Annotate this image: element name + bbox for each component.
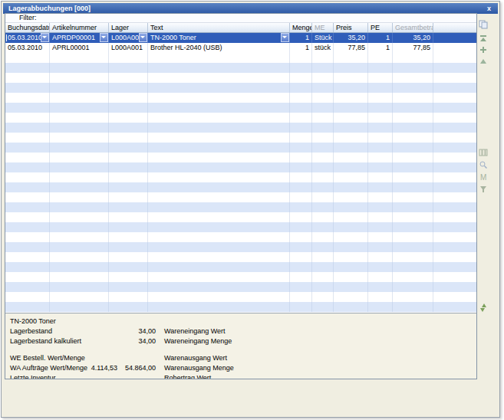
cell-me[interactable]: stück <box>312 43 334 53</box>
column-header-menge[interactable]: Menge <box>290 23 312 32</box>
empty-cell <box>334 202 368 212</box>
summary-label: Lagerbestand kalkuliert <box>5 336 88 346</box>
empty-cell <box>393 113 433 123</box>
empty-cell <box>334 153 368 162</box>
column-header-buchungsdatum[interactable]: Buchungsdatum <box>5 23 50 32</box>
go-first-icon[interactable] <box>479 34 489 44</box>
empty-cell <box>433 143 476 153</box>
table-row[interactable]: 05.03.2010APRL00001L000A001Brother HL-20… <box>5 43 476 53</box>
close-icon[interactable]: x <box>487 3 491 14</box>
sort-icon[interactable] <box>479 303 489 313</box>
empty-cell <box>109 133 148 143</box>
empty-cell <box>109 93 148 103</box>
empty-cell <box>109 143 148 153</box>
empty-cell <box>393 282 433 292</box>
cell-text[interactable]: TN-2000 Toner <box>148 33 290 43</box>
summary-value <box>117 353 156 363</box>
cell-menge[interactable]: 1 <box>290 33 312 43</box>
table-header-row: BuchungsdatumArtikelnummerLagerTextMenge… <box>5 23 476 33</box>
table-row[interactable]: 05.03.2010APRDP00001L000A001TN-2000 Tone… <box>5 33 476 43</box>
empty-cell <box>312 162 334 172</box>
cell-text[interactable]: Brother HL-2040 (USB) <box>148 43 290 53</box>
empty-cell <box>312 182 334 192</box>
cell-gesamtbetrag[interactable]: 35,20 <box>393 33 433 43</box>
empty-cell <box>50 73 109 83</box>
empty-cell <box>334 272 368 282</box>
insert-plus-icon[interactable] <box>479 45 489 56</box>
empty-cell <box>50 103 109 113</box>
dropdown-button-lager[interactable] <box>139 33 147 42</box>
cell-pe[interactable]: 1 <box>368 33 393 43</box>
empty-cell <box>50 172 109 182</box>
empty-cell <box>50 222 109 232</box>
cell-artikelnummer[interactable]: APRDP00001 <box>50 33 109 43</box>
empty-cell <box>50 162 109 172</box>
cell-filler <box>433 33 476 43</box>
empty-cell <box>290 93 312 103</box>
column-header-pe[interactable]: PE <box>368 23 393 32</box>
search-icon[interactable] <box>479 160 489 171</box>
empty-cell <box>433 113 476 123</box>
empty-row <box>5 252 476 262</box>
empty-cell <box>5 182 50 192</box>
empty-cell <box>433 172 476 182</box>
sum-icon[interactable]: M <box>479 172 489 183</box>
copy-columns-icon[interactable] <box>479 20 489 31</box>
cell-lager[interactable]: L000A001 <box>109 33 148 43</box>
empty-cell <box>109 232 148 242</box>
cell-me[interactable]: Stück <box>312 33 334 43</box>
filter-bar[interactable]: Filter: <box>5 14 476 23</box>
empty-cell <box>109 222 148 232</box>
cell-artikelnummer[interactable]: APRL00001 <box>50 43 109 53</box>
empty-cell <box>312 172 334 182</box>
column-select-icon[interactable] <box>479 148 489 159</box>
summary-row: Letzte InventurRohertrag Wert <box>5 373 476 379</box>
dropdown-button-artikelnummer[interactable] <box>100 33 108 42</box>
empty-cell <box>5 262 50 272</box>
column-header-lager[interactable]: Lager <box>109 23 148 32</box>
empty-cell <box>290 153 312 162</box>
empty-cell <box>334 242 368 252</box>
column-header-preis[interactable]: Preis <box>334 23 368 32</box>
empty-cell <box>334 172 368 182</box>
cell-buchungsdatum[interactable]: 05.03.2010 <box>5 43 50 53</box>
cell-preis[interactable]: 35,20 <box>334 33 368 43</box>
empty-cell <box>50 133 109 143</box>
cell-buchungsdatum[interactable]: 05.03.2010 <box>5 33 50 43</box>
column-header-artikelnummer[interactable]: Artikelnummer <box>50 23 109 32</box>
empty-cell <box>433 242 476 252</box>
empty-cell <box>148 73 290 83</box>
empty-cell <box>312 262 334 272</box>
cell-gesamtbetrag[interactable]: 77,85 <box>393 43 433 53</box>
summary-value <box>88 336 117 346</box>
scroll-up-icon[interactable] <box>479 57 489 67</box>
empty-cell <box>148 242 290 252</box>
title-bar[interactable]: Lagerabbuchungen [000] x <box>3 3 498 14</box>
cell-preis[interactable]: 77,85 <box>334 43 368 53</box>
empty-cell <box>393 153 433 162</box>
empty-cell <box>368 73 393 83</box>
column-header-me[interactable]: ME <box>312 23 334 32</box>
empty-row <box>5 53 476 63</box>
empty-cell <box>109 212 148 222</box>
empty-cell <box>290 63 312 73</box>
column-header-text[interactable]: Text <box>148 23 290 32</box>
summary-value <box>117 346 156 353</box>
cell-lager[interactable]: L000A001 <box>109 43 148 53</box>
dropdown-button-text[interactable] <box>281 33 289 42</box>
empty-row <box>5 192 476 202</box>
empty-cell <box>109 63 148 73</box>
dropdown-button-buchungsdatum[interactable] <box>41 33 49 42</box>
empty-row <box>5 292 476 302</box>
filter-funnel-icon[interactable] <box>479 185 489 195</box>
column-header-gesamtbetrag[interactable]: Gesamtbetrag <box>393 23 433 32</box>
empty-cell <box>5 202 50 212</box>
empty-cell <box>290 242 312 252</box>
cell-pe[interactable]: 1 <box>368 43 393 53</box>
cell-menge[interactable]: 1 <box>290 43 312 53</box>
empty-cell <box>290 262 312 272</box>
empty-row <box>5 83 476 93</box>
summary-label-right: Wareneingang Wert <box>156 326 226 336</box>
empty-cell <box>109 103 148 113</box>
empty-cell <box>368 282 393 292</box>
